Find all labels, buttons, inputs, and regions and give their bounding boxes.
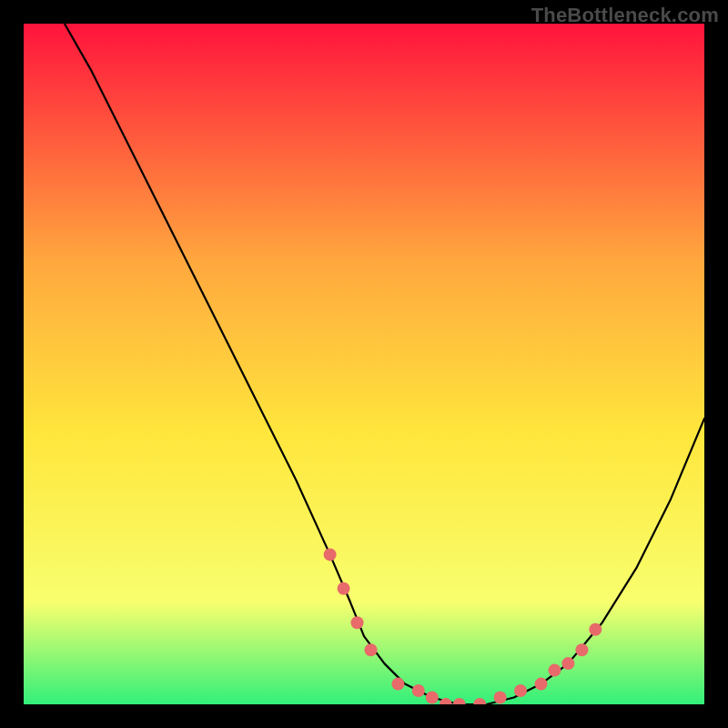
watermark-label: TheBottleneck.com — [531, 4, 719, 27]
marker-dot — [589, 623, 602, 636]
marker-dot — [351, 616, 364, 629]
plot-area — [24, 24, 704, 704]
marker-dot — [575, 643, 588, 656]
marker-dot — [391, 678, 404, 691]
marker-dot — [514, 684, 527, 697]
gradient-background — [24, 24, 704, 704]
marker-dot — [548, 664, 561, 677]
marker-dot — [412, 684, 425, 697]
marker-dot — [365, 643, 378, 656]
marker-dot — [338, 582, 350, 595]
marker-dot — [324, 548, 337, 561]
chart-svg — [24, 24, 704, 704]
marker-dot — [535, 678, 548, 691]
chart-frame: TheBottleneck.com — [0, 0, 728, 728]
marker-dot — [426, 692, 439, 704]
marker-dot — [494, 692, 507, 704]
marker-dot — [561, 657, 574, 670]
